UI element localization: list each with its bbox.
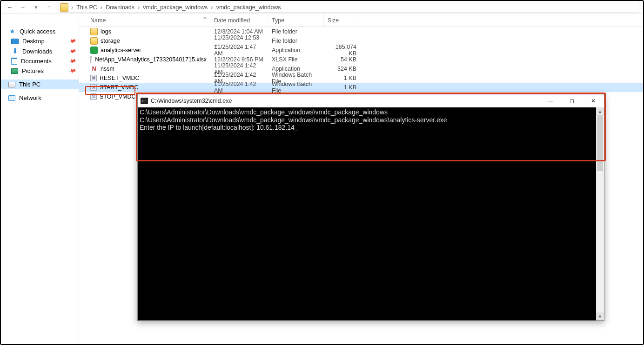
file-date: 11/25/2024 1:47 AM [210, 44, 268, 57]
documents-icon [11, 58, 17, 65]
file-size: 1 KB [324, 84, 360, 91]
pin-icon: 📌 [68, 47, 77, 55]
sidebar-item-label: Network [19, 94, 41, 101]
bottom-edge [1, 325, 643, 344]
download-icon: ⬇ [11, 47, 19, 55]
sort-asc-icon: ^ [203, 17, 207, 22]
file-size: 54 KB [324, 56, 360, 63]
column-type[interactable]: Type [268, 14, 324, 27]
sidebar-item-thispc[interactable]: This PC [1, 80, 79, 89]
file-row[interactable]: NetApp_VMAnalytics_1733205401715.xlsx12/… [79, 55, 643, 64]
cmd-output: C:\Users\Administrator\Downloads\vmdc_pa… [138, 107, 604, 133]
file-size: 1 KB [324, 75, 360, 81]
file-row[interactable]: Nnssm11/25/2024 1:42 AMApplication324 KB [79, 64, 643, 73]
file-date: 11/25/2024 1:42 AM [210, 81, 268, 94]
cmd-scrollbar[interactable]: ▲ ▼ [596, 107, 604, 320]
column-date[interactable]: Date modified [210, 14, 268, 27]
maximize-button[interactable]: ◻ [561, 94, 583, 107]
thispc-icon [8, 82, 15, 87]
close-button[interactable]: ✕ [583, 94, 604, 107]
minimize-button[interactable]: ― [540, 94, 561, 107]
file-name: nssm [101, 66, 114, 72]
file-rows: logs12/3/2024 1:04 AMFile folderstorage1… [79, 27, 643, 101]
file-row[interactable]: storage11/25/2024 12:53 ...File folder [79, 36, 643, 46]
cmd-titlebar[interactable]: C:\Windows\system32\cmd.exe ― ◻ ✕ [138, 94, 604, 107]
file-type: XLSX File [268, 56, 324, 63]
file-size: 185,074 KB [324, 44, 360, 57]
crumb-sep-icon [211, 4, 213, 11]
scroll-down-icon[interactable]: ▼ [596, 312, 604, 320]
bat-icon: ⌘ [90, 93, 97, 100]
nav-pane: ★ Quick access Desktop 📌 ⬇ Downloads 📌 D… [1, 14, 79, 344]
cmd-icon [141, 98, 148, 104]
nav-back-icon[interactable]: ← [5, 2, 15, 13]
breadcrumb[interactable]: This PC Downloads vmdc_package_windows v… [59, 2, 639, 13]
sidebar-item-desktop[interactable]: Desktop 📌 [1, 36, 79, 46]
crumb[interactable]: vmdc_package_windows [141, 4, 209, 11]
file-name: storage [101, 38, 120, 44]
file-row[interactable]: logs12/3/2024 1:04 AMFile folder [79, 27, 643, 36]
sidebar-item-label: Desktop [22, 38, 45, 45]
file-type: File folder [268, 28, 324, 35]
sidebar-item-pictures[interactable]: Pictures 📌 [1, 66, 79, 76]
file-type: Windows Batch File [268, 81, 324, 94]
file-row[interactable]: analytics-server11/25/2024 1:47 AMApplic… [79, 46, 643, 55]
cmd-title-text: C:\Windows\system32\cmd.exe [151, 98, 232, 104]
app-icon [90, 46, 98, 54]
file-type: File folder [268, 38, 324, 44]
file-name: START_VMDC [100, 84, 139, 91]
crumb[interactable]: This PC [75, 4, 98, 11]
file-name: NetApp_VMAnalytics_1733205401715.xlsx [95, 56, 207, 63]
crumb-sep-icon [101, 4, 102, 11]
bat-icon: ⌘ [90, 84, 97, 91]
file-row[interactable]: ⌘START_VMDC11/25/2024 1:42 AMWindows Bat… [79, 83, 643, 92]
address-bar: ← → ▾ ↑ This PC Downloads vmdc_package_w… [1, 1, 643, 14]
xlsx-icon [90, 56, 92, 63]
cmd-window: C:\Windows\system32\cmd.exe ― ◻ ✕ C:\Use… [137, 94, 604, 321]
crumb-sep-icon [71, 4, 73, 11]
sidebar-quick-access[interactable]: ★ Quick access [1, 26, 79, 36]
file-date: 12/3/2024 1:04 AM [210, 28, 268, 35]
nssm-icon: N [90, 65, 98, 73]
sidebar-item-label: Downloads [22, 48, 52, 55]
file-type: Application [268, 66, 324, 72]
pictures-icon [11, 68, 18, 74]
nav-recent-icon[interactable]: ▾ [31, 2, 41, 13]
cmd-body[interactable]: C:\Users\Administrator\Downloads\vmdc_pa… [138, 107, 604, 320]
sidebar-item-label: Documents [21, 58, 52, 65]
nav-forward-icon: → [18, 2, 28, 13]
scroll-up-icon[interactable]: ▲ [596, 107, 604, 115]
pin-icon: 📌 [68, 66, 77, 75]
column-name[interactable]: Name^ [87, 14, 210, 27]
desktop-icon [11, 39, 19, 44]
sidebar-item-network[interactable]: Network [1, 93, 79, 103]
folder-icon [90, 37, 98, 45]
file-name: logs [101, 28, 111, 35]
pin-icon: 📌 [68, 57, 77, 65]
folder-icon [90, 28, 98, 35]
crumb[interactable]: Downloads [104, 4, 136, 11]
crumb-sep-icon [138, 4, 140, 11]
nav-up-icon[interactable]: ↑ [44, 2, 54, 13]
sidebar-item-label: This PC [19, 81, 40, 88]
crumb[interactable]: vmdc_package_windows [215, 4, 282, 11]
file-type: Application [268, 47, 324, 53]
network-icon [8, 95, 15, 101]
file-name: STOP_VMDC [100, 93, 136, 100]
star-icon: ★ [8, 27, 16, 35]
file-size: 324 KB [324, 66, 360, 72]
file-name: analytics-server [101, 47, 141, 53]
cursor-icon [295, 124, 298, 131]
scroll-thumb[interactable] [597, 115, 603, 171]
folder-icon [60, 3, 68, 12]
sidebar-item-documents[interactable]: Documents 📌 [1, 56, 79, 66]
bat-icon: ⌘ [90, 75, 97, 81]
file-date: 12/2/2024 9:56 PM [210, 56, 268, 63]
sidebar-item-label: Pictures [22, 67, 44, 74]
pin-icon: 📌 [68, 37, 77, 45]
sidebar-item-label: Quick access [20, 28, 55, 35]
file-name: RESET_VMDC [100, 75, 139, 81]
file-row[interactable]: ⌘RESET_VMDC11/25/2024 1:42 AMWindows Bat… [79, 73, 643, 83]
column-size[interactable]: Size [324, 14, 360, 27]
sidebar-item-downloads[interactable]: ⬇ Downloads 📌 [1, 46, 79, 56]
